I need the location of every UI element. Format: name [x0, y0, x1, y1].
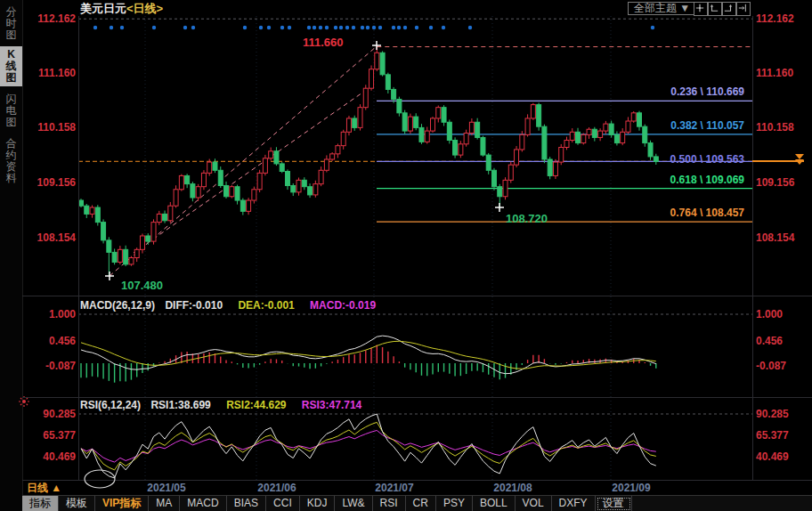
sidebar-tab-label: 闪电图 — [5, 91, 18, 131]
sidebar-tab-label: 分时图 — [5, 4, 18, 44]
ellipse-annotation — [82, 468, 118, 493]
rsi-line — [81, 422, 656, 470]
rsi1-value: RSI1:38.699 — [150, 399, 210, 411]
rsi-readout: RSI(6,12,24) RSI1:38.699 RSI2:44.629 RSI… — [80, 399, 361, 411]
candlestick-chart[interactable]: 0.236 \ 110.6690.382 \ 110.0570.500 \ 10… — [78, 16, 752, 296]
price-annotation: 108.720 — [506, 212, 548, 225]
panel-divider — [22, 397, 812, 398]
date-tick: 2021/05 — [140, 482, 193, 494]
tab-psy[interactable]: PSY — [436, 496, 473, 511]
sidebar-tab-timeline[interactable]: 分时图 — [0, 4, 22, 44]
axis-scale-left-icon[interactable] — [708, 2, 722, 16]
period-name: <日线> — [126, 2, 163, 15]
fib-level-label: 0.764 \ 108.457 — [670, 207, 744, 219]
price-tick: 108.154 — [756, 231, 811, 244]
rsi-tick: 90.285 — [756, 408, 811, 420]
sidebar-tab-label: 合约资料 — [5, 135, 18, 187]
tab-template[interactable]: 模板 — [59, 496, 95, 511]
chevron-down-icon: ▼ — [679, 2, 690, 14]
period-label: 日线 — [27, 482, 48, 494]
tab-ma[interactable]: MA — [149, 496, 180, 511]
macd-params: MACD(26,12,9) — [80, 299, 155, 312]
date-tick: 2021/06 — [250, 482, 304, 494]
tab-cr[interactable]: CR — [406, 496, 436, 511]
price-tick: 108.154 — [21, 231, 76, 244]
tab-vol[interactable]: VOL — [516, 496, 552, 511]
tab-cci[interactable]: CCI — [266, 496, 300, 511]
rsi-tick: 65.377 — [756, 429, 811, 442]
period-selector[interactable]: 日线 ▲ — [27, 481, 61, 496]
rsi-tick: 40.469 — [756, 450, 811, 463]
price-tick: 111.160 — [21, 67, 76, 79]
tab-bias[interactable]: BIAS — [227, 496, 266, 511]
sidebar-tab-flash[interactable]: 闪电图 — [0, 91, 22, 131]
macd-histogram — [81, 345, 656, 383]
macd-tick: 1.000 — [756, 308, 811, 320]
theme-dropdown-button[interactable]: 全部主题 ▼ — [628, 2, 696, 15]
date-tick: 2021/08 — [486, 482, 540, 494]
rsi-params: RSI(6,12,24) — [80, 399, 141, 411]
price-tick: 110.158 — [21, 121, 76, 134]
tab-macd[interactable]: MACD — [180, 496, 226, 511]
sidebar-tab-label: K线图 — [5, 46, 18, 86]
fib-level-label: 0.236 \ 110.669 — [670, 85, 744, 98]
macd-diff-value: DIFF:-0.010 — [165, 299, 223, 312]
macd-tick: 0.456 — [21, 335, 76, 347]
crosshair-icon[interactable] — [694, 2, 708, 16]
price-tick: 109.156 — [21, 176, 76, 189]
sidebar-tab-kline[interactable]: K线图 — [0, 46, 22, 86]
triangle-up-icon: ▲ — [51, 482, 61, 494]
chart-application: 分时图 K线图 闪电图 合约资料 美元日元<日线> 全部主题 ▼ 112.162… — [0, 0, 812, 511]
macd-readout: MACD(26,12,9) DIFF:-0.010 DEA:-0.001 MAC… — [80, 299, 376, 312]
sidebar-tab-contract[interactable]: 合约资料 — [0, 135, 22, 187]
rsi2-value: RSI2:44.629 — [226, 399, 286, 411]
macd-tick: -0.087 — [21, 360, 76, 372]
price-tick: 112.162 — [756, 12, 811, 25]
fib-level-label: 0.382 \ 110.057 — [670, 119, 744, 132]
macd-macd-value: MACD:-0.019 — [310, 299, 376, 312]
date-tick: 2021/09 — [605, 482, 658, 494]
event-dots — [93, 26, 654, 29]
fib-level-label: 0.500 \ 109.563 — [670, 153, 744, 166]
sidebar: 分时图 K线图 闪电图 合约资料 — [0, 0, 23, 511]
tab-settings[interactable]: 设置 — [596, 496, 632, 511]
macd-dea-value: DEA:-0.001 — [238, 299, 294, 312]
price-tick: 112.162 — [21, 12, 76, 25]
fib-level-label: 0.618 \ 109.069 — [670, 174, 744, 186]
tab-dxfy[interactable]: DXFY — [552, 496, 596, 511]
tab-lw[interactable]: LW& — [335, 496, 372, 511]
macd-tick: 0.456 — [756, 335, 811, 347]
macd-tick: -0.087 — [756, 360, 811, 372]
tab-vip-indicator[interactable]: VIP指标 — [95, 496, 149, 511]
price-annotation: 111.660 — [303, 36, 344, 49]
symbol-name: 美元日元 — [80, 2, 126, 15]
dif-line — [81, 336, 656, 374]
macd-tick: 1.000 — [21, 308, 76, 320]
tab-rsi[interactable]: RSI — [373, 496, 406, 511]
current-price-marker — [795, 159, 804, 165]
indicator-tabbar: 指标 模板 VIP指标 MA MACD BIAS CCI KDJ LW& RSI… — [22, 495, 812, 511]
tab-kdj[interactable]: KDJ — [300, 496, 336, 511]
axis-scale-right-icon[interactable] — [722, 2, 736, 16]
rsi-tick: 40.469 — [21, 450, 76, 463]
chart-title: 美元日元<日线> — [80, 1, 163, 17]
rsi3-value: RSI3:47.714 — [302, 399, 361, 411]
price-tick: 111.160 — [756, 67, 811, 79]
price-tick: 110.158 — [756, 121, 811, 134]
rsi-tick: 65.377 — [21, 429, 76, 442]
plot-right-border — [752, 16, 753, 480]
price-annotation: 107.480 — [121, 279, 163, 292]
candlestick-canvas — [78, 16, 752, 296]
tab-boll[interactable]: BOLL — [473, 496, 516, 511]
date-tick: 2021/07 — [368, 482, 421, 494]
price-tick: 109.156 — [756, 176, 811, 189]
plot-left-border — [78, 16, 79, 480]
pan-right-icon[interactable] — [736, 2, 751, 16]
panel-divider — [22, 296, 812, 296]
tab-indicator[interactable]: 指标 — [22, 496, 59, 511]
panel-divider — [22, 480, 812, 481]
theme-dropdown-label: 全部主题 — [634, 2, 677, 14]
